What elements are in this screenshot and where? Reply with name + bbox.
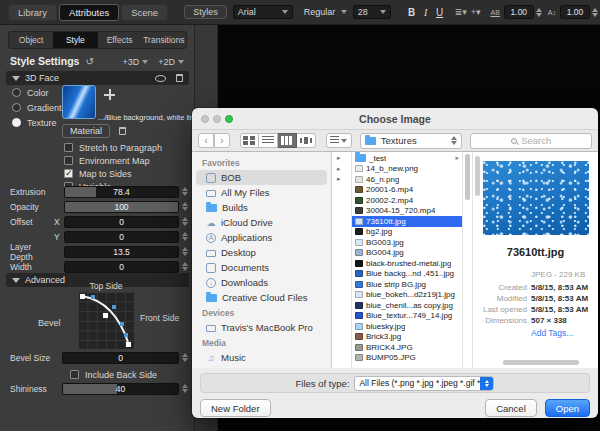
file-row-20002-2-mp4[interactable]: 20002-2.mp4 xyxy=(352,195,462,206)
sidebar-item-builds[interactable]: Builds xyxy=(196,200,327,215)
tab-attributes[interactable]: Attributes xyxy=(59,4,119,21)
file-row-bluesky-jpg[interactable]: bluesky.jpg xyxy=(352,321,462,332)
file-row-bump05-jpg[interactable]: BUMP05.JPG xyxy=(352,353,462,364)
letter-spacing-input[interactable]: 1.00 xyxy=(504,5,534,19)
font-family-select[interactable]: Arial xyxy=(233,5,293,19)
arrange-menu-button[interactable] xyxy=(326,133,352,148)
minimize-window-icon[interactable] xyxy=(213,115,221,123)
sidebar-item-applications[interactable]: AApplications xyxy=(196,230,327,245)
shininess-input[interactable]: 40 xyxy=(62,383,179,395)
fill-option-color[interactable]: Color xyxy=(12,85,62,100)
field-stepper[interactable] xyxy=(182,187,188,196)
search-field[interactable]: Search xyxy=(470,133,592,149)
sidebar-item-downloads[interactable]: ↓Downloads xyxy=(196,275,327,290)
bevel-curve[interactable] xyxy=(78,292,134,349)
field-stepper[interactable] xyxy=(182,247,188,256)
sidebar-item-creative-cloud-files[interactable]: Creative Cloud Files xyxy=(196,290,327,305)
radio-icon[interactable] xyxy=(12,88,21,97)
checkbox-icon[interactable] xyxy=(64,143,73,152)
sidebar-item-music[interactable]: ♫Music xyxy=(196,350,327,365)
preview-hscrollbar-thumb[interactable] xyxy=(503,360,579,365)
file-row-73610tt-jpg[interactable]: 73610tt.jpg xyxy=(352,216,462,227)
checkbox-icon[interactable] xyxy=(64,156,73,165)
field-stepper[interactable] xyxy=(182,217,188,226)
checkbox-row-environment-map[interactable]: Environment Map xyxy=(64,154,162,167)
checkbox-row-map-to-sides[interactable]: Map to Sides xyxy=(64,167,162,180)
file-row-30004-15-720-mp4[interactable]: 30004-15_720.mp4 xyxy=(352,206,462,217)
file-row-blue-textur-749-14-jpg[interactable]: Blue_textur...749_14.jpg xyxy=(352,311,462,322)
file-row-blue-backg-nd-451-jpg[interactable]: Blue backg...nd ,451..jpg xyxy=(352,269,462,280)
collapse-triangle-icon[interactable] xyxy=(12,76,20,81)
file-list-scrollbar[interactable] xyxy=(462,152,472,368)
file-row-bg004-jpg[interactable]: BG004.jpg xyxy=(352,248,462,259)
tab-library[interactable]: Library xyxy=(8,4,57,21)
fill-option-gradient[interactable]: Gradient xyxy=(12,100,62,115)
forward-button[interactable]: › xyxy=(214,133,230,148)
checkbox-row-stretch-to-paragraph[interactable]: Stretch to Paragraph xyxy=(64,141,162,154)
file-row-blue-strip-bg-jpg[interactable]: Blue strip BG.jpg xyxy=(352,279,462,290)
file-row-46-n-png[interactable]: 46_n.png xyxy=(352,174,462,185)
visibility-eye-icon[interactable] xyxy=(155,75,166,82)
sidebar-item-bob[interactable]: BOB xyxy=(196,170,327,185)
file-row-brick3-jpg[interactable]: Brick3.jpg xyxy=(352,332,462,343)
checkbox-icon[interactable] xyxy=(64,169,73,178)
sidebar-item-all-my-files[interactable]: All My Files xyxy=(196,185,327,200)
add-tags-link[interactable]: Add Tags... xyxy=(531,328,573,338)
back-button[interactable]: ‹ xyxy=(198,133,214,148)
material-button[interactable]: Material xyxy=(62,124,110,138)
bold-button[interactable]: B xyxy=(405,7,419,18)
styles-button[interactable]: Styles xyxy=(184,5,227,19)
location-dropdown[interactable]: Textures xyxy=(360,133,463,149)
field-input-opacity[interactable]: 100 xyxy=(64,201,179,213)
bevel-curve-editor[interactable] xyxy=(78,292,134,349)
field-input-y[interactable]: 0 xyxy=(64,231,179,243)
line-height-stepper[interactable] xyxy=(592,8,598,17)
sidebar-item-icloud-drive[interactable]: ☁iCloud Drive xyxy=(196,215,327,230)
dialog-titlebar[interactable]: Choose Image xyxy=(192,108,598,130)
tab-effects[interactable]: Effects xyxy=(98,32,142,48)
file-row-bg003-jpg[interactable]: BG003.jpg xyxy=(352,237,462,248)
radio-icon[interactable] xyxy=(12,118,21,127)
tab-transitions[interactable]: Transitions xyxy=(142,32,186,48)
bevel-size-stepper[interactable] xyxy=(182,353,188,362)
radio-icon[interactable] xyxy=(12,103,21,112)
underline-button[interactable]: U xyxy=(433,7,447,18)
field-stepper[interactable] xyxy=(182,262,188,271)
field-input-width[interactable]: 0 xyxy=(64,261,179,273)
zoom-window-icon[interactable] xyxy=(225,115,233,123)
file-row-blue-chenil-as-copy-jpg[interactable]: blue_chenil...as copy.jpg xyxy=(352,300,462,311)
field-input-layer-depth[interactable]: 13.5 xyxy=(64,246,179,258)
view-icons-button[interactable] xyxy=(240,133,259,148)
file-row-20001-6-mp4[interactable]: 20001-6.mp4 xyxy=(352,185,462,196)
tab-object[interactable]: Object xyxy=(9,32,53,48)
parent-column-strip[interactable]: ▸▸▸ xyxy=(332,152,352,368)
view-coverflow-button[interactable] xyxy=(297,133,316,148)
letter-spacing-stepper[interactable] xyxy=(536,8,542,17)
close-window-icon[interactable] xyxy=(201,115,209,123)
field-input-extrusion[interactable]: 78.4 xyxy=(64,186,179,198)
include-back-side-row[interactable]: Include Back Side xyxy=(70,368,157,381)
section-3d-face[interactable]: 3D Face xyxy=(6,71,189,85)
scrollbar-thumb[interactable] xyxy=(465,154,470,200)
fill-option-texture[interactable]: Texture xyxy=(12,115,62,130)
file-row-blue-bokeh-d2z19j1-jpg[interactable]: blue_bokeh...d2z19j1.jpg xyxy=(352,290,462,301)
field-input-offset[interactable]: 0 xyxy=(64,216,179,228)
file-type-select[interactable]: All Files (*.png *.jpg *.jpeg *.gif *...… xyxy=(354,376,494,391)
undo-icon[interactable]: ↺ xyxy=(85,56,93,67)
delete-trash-icon[interactable] xyxy=(176,74,183,82)
italic-button[interactable]: I xyxy=(419,7,433,18)
add-3d-button[interactable]: +3D xyxy=(122,57,148,67)
new-folder-button[interactable]: New Folder xyxy=(200,399,271,417)
collapse-triangle-icon[interactable] xyxy=(12,278,20,283)
view-columns-button[interactable] xyxy=(278,133,297,148)
font-style-select[interactable]: Regular xyxy=(299,5,347,19)
add-2d-button[interactable]: +2D xyxy=(158,57,184,67)
texture-thumbnail[interactable] xyxy=(62,85,96,119)
sidebar-item-desktop[interactable]: Desktop xyxy=(196,245,327,260)
file-row-brick4-jpg[interactable]: BRICK4.JPG xyxy=(352,342,462,353)
view-list-button[interactable] xyxy=(259,133,278,148)
open-button[interactable]: Open xyxy=(545,399,590,417)
shininess-stepper[interactable] xyxy=(182,384,188,393)
font-size-select[interactable]: 28 xyxy=(353,5,391,19)
file-row-black-brushed-metal-jpg[interactable]: black-brushed-metal.jpg xyxy=(352,258,462,269)
